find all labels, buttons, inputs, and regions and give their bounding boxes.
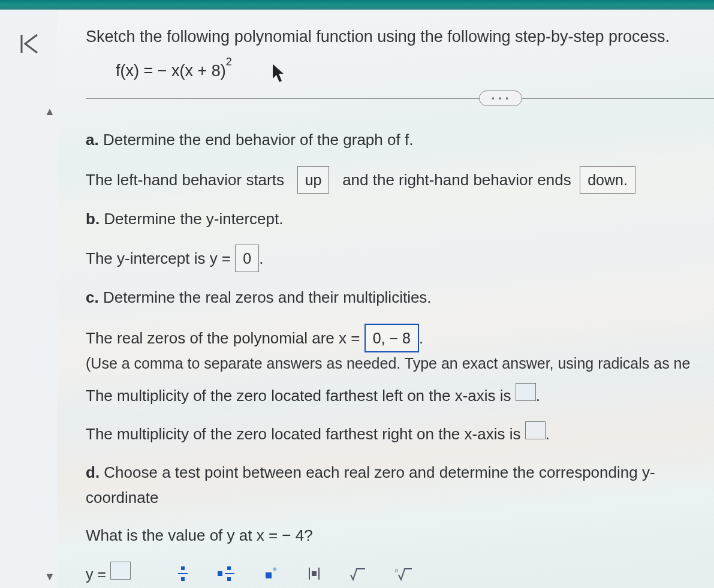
problem-content: Sketch the following polynomial function… [57,10,714,588]
part-a-prompt: a. Determine the end behavior of the gra… [86,128,714,153]
right-behavior-answer[interactable]: down. [580,166,635,194]
left-behavior-answer[interactable]: up [297,166,330,194]
svg-rect-1 [181,566,185,570]
multiplicity-left-input[interactable] [516,383,536,401]
svg-rect-11 [312,571,317,576]
part-b-prompt-text: Determine the y-intercept. [104,210,283,228]
y-equals: y = [86,566,106,583]
more-button[interactable]: • • • [479,91,522,106]
part-c-prompt: c. Determine the real zeros and their mu… [86,285,714,310]
math-toolbar: n [177,563,413,588]
part-b-label: b. [86,210,104,228]
equation-exponent: 2 [226,56,232,68]
part-c-prompt-text: Determine the real zeros and their multi… [103,288,432,306]
mult-left-after: . [536,387,540,405]
left-sidebar: ▲ ▼ [0,10,57,588]
part-b-after: . [259,249,263,267]
mult-left-pre: The multiplicity of the zero located far… [86,387,511,405]
part-a-label: a. [86,131,103,149]
part-b-prompt: b. Determine the y-intercept. [86,207,714,232]
part-d-prompt: d. Choose a test point between each real… [86,460,714,510]
mixed-fraction-tool-icon[interactable] [218,565,236,586]
svg-rect-3 [181,577,185,581]
collapse-panel-icon[interactable] [17,31,42,56]
svg-rect-8 [266,572,272,578]
part-c-zeros-line: The real zeros of the polynomial are x =… [86,324,714,352]
svg-text:n: n [395,568,398,574]
exponent-tool-icon[interactable] [264,566,279,584]
cursor-arrow-icon [272,63,287,88]
svg-rect-9 [273,568,276,571]
scroll-up-icon[interactable]: ▲ [44,105,55,118]
mult-right-after: . [546,425,550,443]
test-point-y-input[interactable] [110,562,131,580]
part-a-sentence-pre: The left-hand behavior starts [86,171,284,189]
fraction-tool-icon[interactable] [177,565,189,586]
part-b: b. Determine the y-intercept. The y-inte… [86,207,714,273]
mult-right-line: The multiplicity of the zero located far… [86,421,714,447]
svg-rect-7 [227,577,231,581]
part-a-answer-line: The left-hand behavior starts up and the… [86,166,714,194]
function-equation: f(x) = − x(x + 8)2 [116,61,714,80]
divider-line [86,98,714,99]
part-b-sentence: The y-intercept is y = [86,249,231,267]
equation-text: f(x) = − x(x + 8) [116,62,226,80]
more-dots: • • • [492,94,509,102]
part-d-prompt-text: Choose a test point between each real ze… [86,463,655,506]
zeros-after: . [419,329,423,347]
multiplicity-right-input[interactable] [525,421,546,439]
zeros-pre: The real zeros of the polynomial are x = [86,329,360,347]
svg-rect-4 [218,571,222,576]
part-c: c. Determine the real zeros and their mu… [86,285,714,447]
sqrt-tool-icon[interactable] [350,566,366,584]
nth-root-tool-icon[interactable]: n [395,566,413,584]
real-zeros-answer[interactable]: 0, − 8 [364,324,419,352]
y-intercept-answer[interactable]: 0 [235,245,259,272]
zeros-hint: (Use a comma to separate answers as need… [86,355,714,372]
part-a-sentence-mid: and the right-hand behavior ends [342,171,571,189]
page-container: ▲ ▼ Sketch the following polynomial func… [0,10,714,588]
part-c-label: c. [86,288,103,306]
abs-tool-icon[interactable] [308,566,321,584]
window-top-bar [0,0,714,10]
part-d-label: d. [86,463,104,481]
part-d-question: What is the value of y at x = − 4? [86,523,714,548]
svg-rect-5 [227,566,231,570]
part-b-answer-line: The y-intercept is y = 0. [86,245,714,272]
mult-left-line: The multiplicity of the zero located far… [86,383,714,409]
mult-right-pre: The multiplicity of the zero located far… [86,425,520,443]
scroll-down-icon[interactable]: ▼ [44,571,55,583]
part-a: a. Determine the end behavior of the gra… [86,128,714,194]
part-a-prompt-text: Determine the end behavior of the graph … [103,131,413,149]
problem-title: Sketch the following polynomial function… [86,28,714,46]
